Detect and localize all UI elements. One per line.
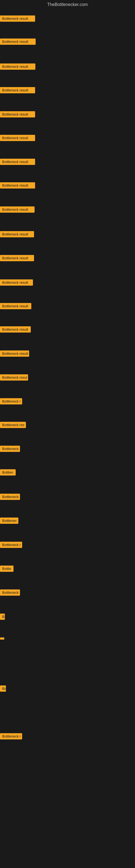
bottleneck-item-4: Bottleneck result [0,87,35,93]
bottleneck-item-29: Bottleneck r [0,733,22,739]
bottleneck-item-6: Bottleneck result [0,135,35,141]
bottleneck-item-19: Bottleneck [0,446,20,452]
bottleneck-item-24: Bottle [0,565,13,572]
bottleneck-item-8: Bottleneck result [0,182,35,188]
site-title: TheBottlenecker.com [0,0,135,9]
bottleneck-item-11: Bottleneck result [0,255,34,261]
bottleneck-item-2: Bottleneck result [0,38,36,45]
bottleneck-item-28: Bo [0,685,6,692]
bottleneck-item-15: Bottleneck result [0,350,29,357]
bottleneck-item-5: Bottleneck result [0,111,35,118]
bottleneck-item-26: B [0,614,5,620]
bottleneck-item-17: Bottleneck r [0,398,22,404]
bottleneck-item-12: Bottleneck result [0,279,33,286]
bottleneck-item-20: Bottlen [0,469,16,475]
bottleneck-item-14: Bottleneck result [0,326,31,333]
bottleneck-item-23: Bottleneck r [0,542,22,548]
bottleneck-item-3: Bottleneck result [0,63,35,70]
bottleneck-item-7: Bottleneck result [0,159,35,165]
bottleneck-item-21: Bottleneck [0,494,20,500]
bottleneck-item-27 [0,638,4,640]
bottleneck-item-10: Bottleneck result [0,231,34,237]
bottleneck-item-16: Bottleneck resul [0,374,28,380]
bottleneck-item-1: Bottleneck result [0,16,35,22]
bottleneck-item-13: Bottleneck result [0,303,31,309]
bottleneck-item-18: Bottleneck res [0,422,26,428]
bottleneck-item-22: Bottlenec [0,518,18,524]
bottleneck-item-25: Bottleneck [0,589,20,596]
bottleneck-item-9: Bottleneck result [0,207,35,213]
